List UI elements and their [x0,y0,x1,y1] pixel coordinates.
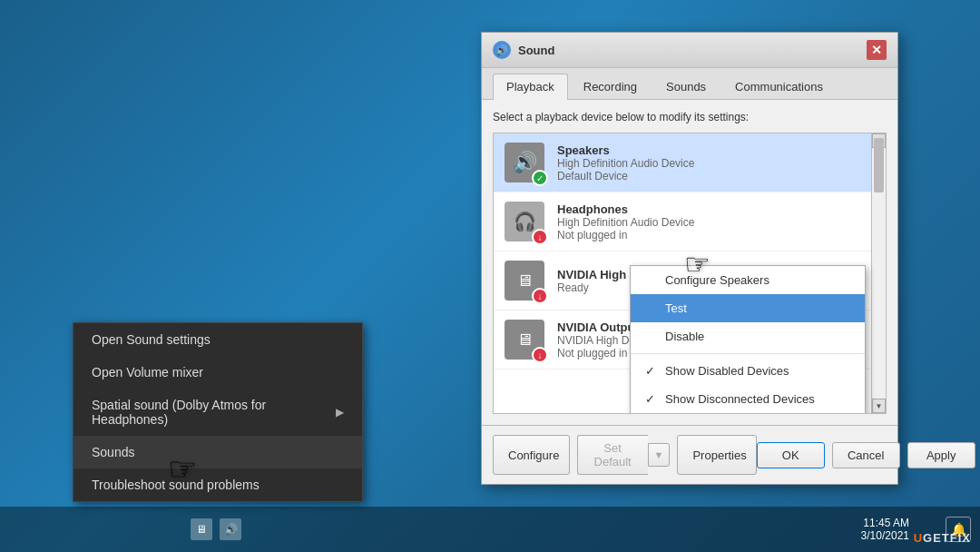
dialog-tabs: Playback Recording Sounds Communications [482,68,897,100]
popup-item-show-disabled[interactable]: ✓ Show Disabled Devices [631,357,865,385]
tab-communications[interactable]: Communications [721,74,837,99]
taskbar-clock: 11:45 AM 3/10/2021 [861,517,909,542]
set-default-button[interactable]: Set Default [577,435,648,475]
submenu-arrow-icon: ▶ [336,406,344,419]
desktop: Open Sound settings Open Volume mixer Sp… [0,0,980,552]
cancel-button[interactable]: Cancel [832,442,900,468]
dialog-instruction: Select a playback device below to modify… [493,111,887,123]
popup-separator-1 [631,353,865,354]
tab-recording[interactable]: Recording [570,74,651,99]
dialog-titlebar: 🔊 Sound ✕ [482,33,897,68]
set-default-arrow-button[interactable]: ▼ [648,443,671,467]
popup-item-show-disconnected[interactable]: ✓ Show Disconnected Devices [631,385,865,413]
watermark-fix: FIX [950,531,971,545]
scrollbar-track: ▲ ▼ [871,133,886,413]
context-menu-item-sounds[interactable]: Sounds [74,436,362,468]
dialog-close-button[interactable]: ✕ [867,40,887,60]
context-menu-item-open-sound[interactable]: Open Sound settings [74,323,362,356]
popup-item-disable[interactable]: Disable [631,322,865,350]
device-name-speakers: Speakers [557,143,862,157]
scrollbar-down-button[interactable]: ▼ [872,399,886,413]
configure-button[interactable]: Configure [493,435,570,475]
device-info-headphones: Headphones High Definition Audio Device … [557,202,862,242]
dialog-content: Select a playback device below to modify… [482,100,897,425]
device-icon-speakers: 🔊 ✓ [503,141,546,184]
device-icon-nvidia1: 🖥 ↓ [503,259,546,302]
tab-sounds[interactable]: Sounds [652,74,720,99]
taskbar: 🖥 🔊 11:45 AM 3/10/2021 🔔 [0,507,980,552]
dialog-title-text: Sound [518,44,554,57]
tab-playback[interactable]: Playback [493,74,568,100]
context-menu-item-troubleshoot[interactable]: Troubleshoot sound problems [74,468,362,501]
device-status-speakers: Default Device [557,170,862,182]
device-item-speakers[interactable]: 🔊 ✓ Speakers High Definition Audio Devic… [494,133,871,192]
popup-item-configure-speakers[interactable]: Configure Speakers [631,266,865,294]
context-menu-item-spatial[interactable]: Spatial sound (Dolby Atmos for Headphone… [74,389,362,436]
device-icon-headphones: 🎧 ↓ [503,200,546,243]
scrollbar-thumb[interactable] [874,138,884,192]
status-badge-red-headphones: ↓ [532,229,548,245]
status-badge-green: ✓ [532,170,548,186]
watermark-get: GET [923,531,950,545]
device-list-container: 🔊 ✓ Speakers High Definition Audio Devic… [493,133,887,414]
set-default-dropdown: Set Default ▼ [577,435,671,475]
dialog-title: 🔊 Sound [493,41,554,59]
sound-title-icon: 🔊 [493,41,511,59]
device-info-speakers: Speakers High Definition Audio Device De… [557,143,862,182]
apply-button[interactable]: Apply [907,442,975,468]
status-badge-red-nvidia2: ↓ [532,347,548,363]
ok-button[interactable]: OK [757,442,825,468]
device-icon-nvidia2: 🖥 ↓ [503,318,546,361]
sound-dialog: 🔊 Sound ✕ Playback Recording Sounds Comm… [481,32,898,485]
dialog-footer: Configure Set Default ▼ Properties OK Ca… [482,425,897,484]
device-desc-speakers: High Definition Audio Device [557,157,862,170]
context-menu-item-open-volume[interactable]: Open Volume mixer [74,356,362,389]
device-status-headphones: Not plugged in [557,229,862,242]
taskbar-monitor-icon[interactable]: 🖥 [191,518,212,540]
device-name-headphones: Headphones [557,202,862,216]
properties-footer-button[interactable]: Properties [677,435,756,475]
context-popup-menu: Configure Speakers Test Disable ✓ Show D… [630,265,866,414]
popup-item-test[interactable]: Test [631,294,865,322]
taskbar-volume-icon[interactable]: 🔊 [220,518,241,540]
watermark-u: U [914,531,923,545]
footer-right-buttons: OK Cancel Apply [757,442,975,468]
context-menu: Open Sound settings Open Volume mixer Sp… [73,322,363,502]
device-desc-headphones: High Definition Audio Device [557,216,862,229]
status-badge-red-nvidia1: ↓ [532,288,548,304]
taskbar-icons: 🖥 🔊 [191,518,241,540]
device-item-headphones[interactable]: 🎧 ↓ Headphones High Definition Audio Dev… [494,192,871,251]
watermark: UGETFIX [914,531,971,545]
footer-left-buttons: Configure Set Default ▼ Properties [493,435,757,475]
